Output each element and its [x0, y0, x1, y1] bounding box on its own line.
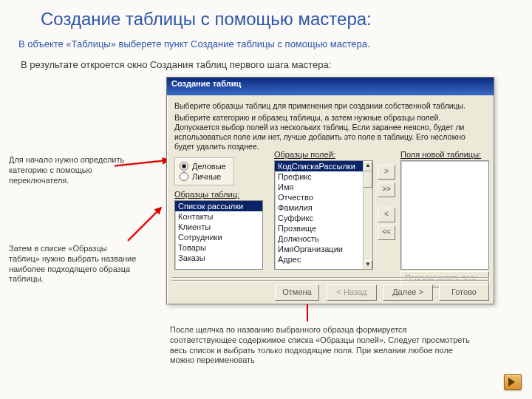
cancel-button[interactable]: Отмена	[275, 284, 319, 301]
list-item[interactable]: Префикс	[275, 171, 363, 182]
radio-personal[interactable]: Личные	[180, 171, 226, 182]
scroll-down-icon[interactable]: ▼	[364, 260, 372, 270]
list-item[interactable]: Клиенты	[175, 222, 262, 232]
list-item[interactable]: Фамилия	[275, 202, 363, 213]
dialog-body: Выберите образцы таблиц для применения п…	[167, 95, 494, 305]
radio-personal-label: Личные	[192, 172, 221, 181]
radio-dot-icon	[180, 172, 188, 181]
page-title: Создание таблицы с помощью мастера:	[41, 9, 372, 30]
list-item[interactable]: Суффикс	[275, 213, 363, 223]
dialog-instruction-2: Выберите категорию и образец таблицы, а …	[174, 113, 486, 152]
finish-button[interactable]: Готово	[439, 284, 489, 301]
label-sample-fields: Образцы полей:	[274, 150, 335, 159]
radio-business-label: Деловые	[192, 162, 226, 171]
listbox-new-fields[interactable]	[400, 160, 489, 270]
annotation-category: Для начало нужно определить категорию с …	[9, 155, 138, 185]
list-item[interactable]: Имя	[275, 182, 363, 192]
dialog-instruction-1: Выберите образцы таблиц для применения п…	[174, 101, 486, 110]
scroll-up-icon[interactable]: ▲	[364, 161, 372, 171]
dialog-titlebar: Создание таблиц	[167, 78, 494, 95]
list-item[interactable]: Список рассылки	[175, 201, 262, 211]
list-item[interactable]: Товары	[175, 242, 262, 253]
radio-dot-icon	[180, 162, 188, 171]
add-field-button[interactable]: >	[378, 165, 395, 180]
listbox-sample-fields[interactable]: КодСпискаРассылки Префикс Имя Отчество Ф…	[274, 160, 373, 270]
remove-field-button[interactable]: <	[378, 208, 395, 222]
scroll-thumb[interactable]	[364, 171, 372, 188]
list-item[interactable]: ИмяОрганизации	[275, 244, 363, 254]
radio-business[interactable]: Деловые	[180, 161, 226, 171]
scrollbar[interactable]: ▲ ▼	[363, 161, 372, 269]
next-slide-icon[interactable]	[504, 374, 522, 390]
annotation-fields: После щелчка по названию выбранного обра…	[170, 325, 473, 366]
next-button[interactable]: Далее >	[383, 284, 433, 301]
label-new-fields: Поля новой таблицы:	[400, 150, 481, 159]
listbox-templates[interactable]: Список рассылки Контакты Клиенты Сотрудн…	[174, 200, 263, 270]
list-item[interactable]: Должность	[275, 233, 363, 244]
category-radio-group: Деловые Личные	[174, 157, 234, 185]
separator	[171, 280, 489, 282]
annotation-templates: Затем в списке «Образцы таблиц» нужно вы…	[9, 244, 138, 284]
list-item[interactable]: Сотрудники	[175, 232, 262, 242]
list-item[interactable]: Прозвище	[275, 223, 363, 233]
dialog-create-tables: Создание таблиц Выберите образцы таблиц …	[166, 77, 494, 304]
add-all-button[interactable]: >>	[378, 183, 395, 197]
remove-all-button[interactable]: <<	[378, 225, 395, 240]
intro-line-1: В объекте «Таблицы» выберете пункт Созда…	[18, 38, 370, 50]
separator	[171, 277, 489, 279]
intro-line-2: В результате откроется окно Создания таб…	[21, 59, 331, 70]
arrow-to-templates	[127, 211, 157, 241]
list-item[interactable]: Контакты	[175, 211, 262, 222]
list-item[interactable]: Адрес	[275, 254, 363, 265]
label-templates: Образцы таблиц:	[174, 190, 239, 199]
list-item[interactable]: КодСпискаРассылки	[275, 161, 363, 171]
back-button[interactable]: < Назад	[327, 284, 377, 301]
list-item[interactable]: Заказы	[175, 253, 262, 263]
list-item[interactable]: Отчество	[275, 192, 363, 202]
